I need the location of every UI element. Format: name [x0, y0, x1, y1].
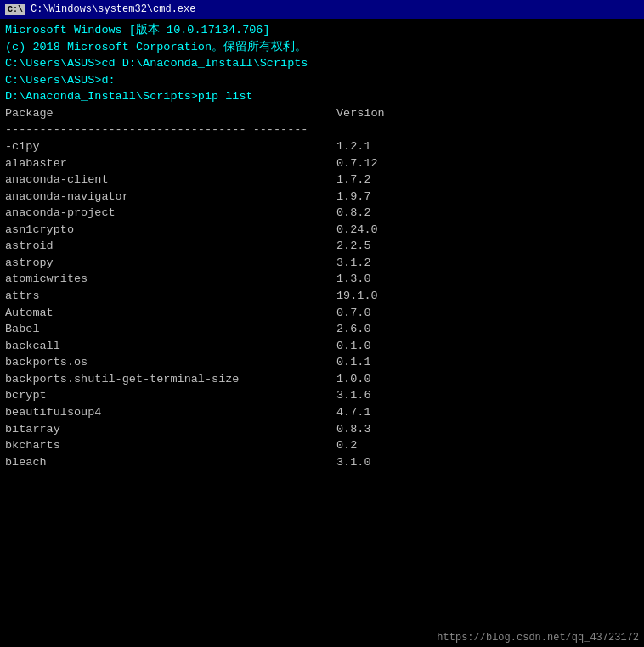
- package-name: bkcharts: [5, 437, 336, 454]
- package-name: astroid: [5, 238, 336, 255]
- package-name: Babel: [5, 321, 336, 338]
- package-version: 0.1.0: [336, 338, 371, 355]
- package-version: 1.2.1: [336, 138, 371, 155]
- package-version: 19.1.0: [336, 288, 378, 305]
- package-name: anaconda-project: [5, 205, 336, 222]
- package-version: 0.8.2: [336, 205, 371, 222]
- package-name: Automat: [5, 305, 336, 322]
- package-version: 2.2.5: [336, 238, 371, 255]
- console-line: Microsoft Windows [版本 10.0.17134.706]: [5, 22, 639, 39]
- title-bar-icon: C:\: [5, 4, 25, 15]
- package-version: 2.6.0: [336, 321, 371, 338]
- package-name: bitarray: [5, 421, 336, 438]
- package-version: 1.7.2: [336, 172, 371, 188]
- table-row: astropy3.1.2: [5, 255, 639, 272]
- package-version: 1.3.0: [336, 271, 371, 288]
- package-name: anaconda-client: [5, 172, 336, 188]
- table-row: alabaster0.7.12: [5, 155, 639, 172]
- table-header: PackageVersion: [5, 105, 639, 122]
- package-name: alabaster: [5, 155, 336, 172]
- package-name: beautifulsoup4: [5, 404, 336, 421]
- package-version: 4.7.1: [336, 404, 371, 421]
- title-bar: C:\ C:\Windows\system32\cmd.exe: [0, 0, 644, 19]
- table-row: bleach3.1.0: [5, 454, 639, 471]
- table-row: backcall0.1.0: [5, 338, 639, 355]
- intro-lines: Microsoft Windows [版本 10.0.17134.706](c)…: [5, 22, 639, 105]
- package-version: 0.7.0: [336, 305, 371, 322]
- table-row: bitarray0.8.3: [5, 421, 639, 438]
- package-name: backports.shutil-get-terminal-size: [5, 371, 336, 388]
- package-name: backcall: [5, 338, 336, 355]
- table-row: beautifulsoup44.7.1: [5, 404, 639, 421]
- watermark: https://blog.csdn.net/qq_43723172: [437, 632, 639, 644]
- package-name: asn1crypto: [5, 222, 336, 239]
- console-line: C:\Users\ASUS>cd D:\Anaconda_Install\Scr…: [5, 55, 639, 72]
- table-row: anaconda-project0.8.2: [5, 205, 639, 222]
- table-row: backports.shutil-get-terminal-size1.0.0: [5, 371, 639, 388]
- console-line: D:\Anaconda_Install\Scripts>pip list: [5, 88, 639, 105]
- table-row: bkcharts0.2: [5, 437, 639, 454]
- package-version: 0.1.1: [336, 354, 371, 371]
- table-row: backports.os0.1.1: [5, 354, 639, 371]
- package-version: 3.1.6: [336, 387, 371, 404]
- table-row: attrs19.1.0: [5, 288, 639, 305]
- package-name: anaconda-navigator: [5, 188, 336, 205]
- package-version: 3.1.2: [336, 255, 371, 272]
- package-version: 3.1.0: [336, 454, 371, 471]
- table-row: -cipy1.2.1: [5, 138, 639, 155]
- console-body: Microsoft Windows [版本 10.0.17134.706](c)…: [0, 19, 644, 647]
- table-row: anaconda-client1.7.2: [5, 172, 639, 188]
- title-bar-text: C:\Windows\system32\cmd.exe: [31, 3, 195, 15]
- package-name: astropy: [5, 255, 336, 272]
- table-row: astroid2.2.5: [5, 238, 639, 255]
- package-version: 1.9.7: [336, 188, 371, 205]
- console-line: C:\Users\ASUS>d:: [5, 72, 639, 89]
- table-separator: ----------------------------------- ----…: [5, 121, 639, 138]
- package-name: atomicwrites: [5, 271, 336, 288]
- table-row: bcrypt3.1.6: [5, 387, 639, 404]
- package-name: -cipy: [5, 138, 336, 155]
- package-version: 1.0.0: [336, 371, 371, 388]
- package-version: 0.7.12: [336, 155, 378, 172]
- console-line: (c) 2018 Microsoft Corporation。保留所有权利。: [5, 39, 639, 56]
- table-row: atomicwrites1.3.0: [5, 271, 639, 288]
- table-row: asn1crypto0.24.0: [5, 222, 639, 239]
- package-name: bleach: [5, 454, 336, 471]
- table-row: Babel2.6.0: [5, 321, 639, 338]
- package-name: bcrypt: [5, 387, 336, 404]
- package-name: attrs: [5, 288, 336, 305]
- package-name: backports.os: [5, 354, 336, 371]
- table-row: anaconda-navigator1.9.7: [5, 188, 639, 205]
- package-version: 0.24.0: [336, 222, 378, 239]
- table-row: Automat0.7.0: [5, 305, 639, 322]
- package-version: 0.8.3: [336, 421, 371, 438]
- pkg-table: PackageVersion--------------------------…: [5, 105, 639, 470]
- package-version: 0.2: [336, 437, 357, 454]
